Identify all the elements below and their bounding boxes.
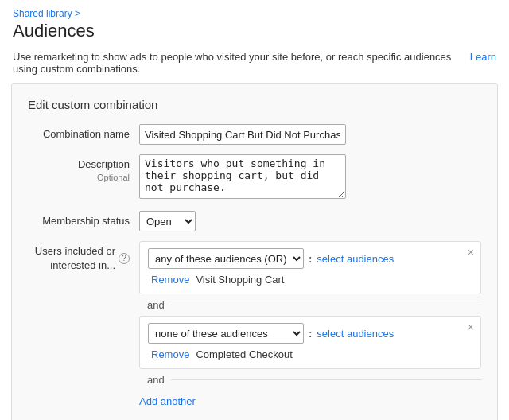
form-container: Edit custom combination Combination name… [11, 83, 498, 420]
colon-2: : [309, 328, 312, 340]
audience-block-2: × none of these audiences any of these a… [139, 316, 481, 369]
description-label: Description Optional [28, 154, 139, 185]
colon-1: : [309, 253, 312, 265]
close-btn-2[interactable]: × [468, 321, 474, 332]
combination-name-row: Combination name [28, 124, 481, 145]
description-bar: Use remarketing to show ads to people wh… [0, 46, 509, 83]
users-help-icon[interactable]: ? [119, 253, 130, 264]
description-text: Use remarketing to show ads to people wh… [13, 51, 467, 75]
and-row-1: and [139, 299, 481, 311]
learn-link[interactable]: Learn [470, 51, 496, 63]
membership-status-control: Open Closed [139, 211, 481, 231]
description-row: Description Optional Visitors who put so… [28, 154, 481, 201]
breadcrumb[interactable]: Shared library > [13, 8, 496, 19]
and-label-1: and [139, 299, 165, 311]
audience-block-1: × any of these audiences (OR) all of the… [139, 241, 481, 294]
add-another-link[interactable]: Add another [139, 395, 196, 407]
description-control: Visitors who put something in their shop… [139, 154, 481, 201]
membership-status-row: Membership status Open Closed [28, 211, 481, 231]
and-line-1 [171, 305, 481, 305]
select-audiences-2[interactable]: select audiences [317, 328, 394, 340]
and-row-2: and [139, 374, 481, 386]
description-sublabel: Optional [28, 172, 130, 184]
breadcrumb-link[interactable]: Shared library > [13, 8, 80, 19]
combination-name-input[interactable] [139, 124, 346, 145]
and-line-2 [171, 379, 481, 380]
close-btn-1[interactable]: × [468, 247, 474, 258]
combination-name-control [139, 124, 481, 145]
audience-tag-2: Completed Checkout [196, 348, 292, 360]
audience-tag-1: Visit Shopping Cart [196, 274, 284, 286]
audience-filter-2[interactable]: none of these audiences any of these aud… [148, 323, 304, 344]
description-textarea[interactable]: Visitors who put something in their shop… [139, 154, 346, 199]
users-included-label: Users included orinterested in... ? [28, 241, 139, 273]
remove-line-2: Remove Completed Checkout [148, 348, 472, 360]
combination-name-label: Combination name [28, 124, 139, 142]
membership-status-label: Membership status [28, 211, 139, 228]
audience-row-2: none of these audiences any of these aud… [148, 323, 472, 344]
select-audiences-1[interactable]: select audiences [317, 253, 394, 265]
audience-row-1: any of these audiences (OR) all of these… [148, 248, 472, 269]
and-label-2: and [139, 374, 165, 386]
audience-filter-1[interactable]: any of these audiences (OR) all of these… [148, 248, 304, 269]
remove-link-2[interactable]: Remove [151, 348, 189, 360]
membership-status-dropdown[interactable]: Open Closed [139, 211, 196, 231]
form-title: Edit custom combination [28, 98, 481, 111]
page-title: Audiences [13, 21, 496, 41]
audiences-section: × any of these audiences (OR) all of the… [139, 241, 481, 407]
users-included-row: Users included orinterested in... ? × an… [28, 241, 481, 407]
remove-line-1: Remove Visit Shopping Cart [148, 274, 472, 286]
remove-link-1[interactable]: Remove [151, 274, 189, 286]
